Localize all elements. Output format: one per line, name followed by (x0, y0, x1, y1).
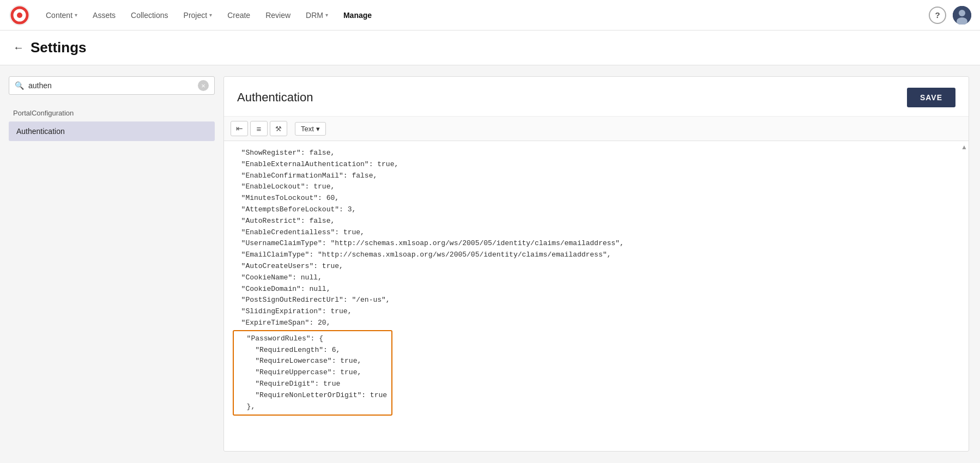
wrench-button[interactable]: ⚒ (270, 121, 287, 136)
help-button[interactable]: ? (929, 7, 946, 24)
save-button[interactable]: SAVE (907, 88, 955, 107)
nav-right: ? (929, 6, 971, 25)
align-center-icon: ≡ (257, 124, 262, 133)
nav-item-manage[interactable]: Manage (337, 7, 378, 24)
nav-item-create[interactable]: Create (221, 7, 257, 24)
page-title: Settings (31, 39, 87, 56)
nav-item-content[interactable]: Content ▾ (39, 7, 84, 24)
app-logo[interactable] (9, 4, 31, 26)
svg-point-2 (17, 13, 22, 18)
text-dropdown-caret: ▾ (316, 125, 320, 133)
code-highlighted-block: "PasswordRules": { "RequiredLength": 6, … (233, 330, 392, 416)
code-before-highlight: "ShowRegister": false, "EnableExternalAu… (233, 148, 960, 329)
nav-item-assets[interactable]: Assets (86, 7, 122, 24)
nav-item-project[interactable]: Project ▾ (177, 7, 219, 24)
content-header: Authentication SAVE (224, 77, 969, 117)
align-center-button[interactable]: ≡ (250, 121, 268, 136)
editor-toolbar: ⇤ ≡ ⚒ Text ▾ (224, 117, 969, 141)
code-highlighted-text: "PasswordRules": { "RequiredLength": 6, … (238, 333, 387, 413)
search-box: 🔍 × (9, 76, 215, 95)
project-caret-icon: ▾ (209, 12, 212, 18)
content-title: Authentication (237, 90, 313, 105)
nav-item-review[interactable]: Review (259, 7, 297, 24)
nav-items: Content ▾ Assets Collections Project ▾ C… (39, 7, 929, 24)
nav-item-collections[interactable]: Collections (124, 7, 174, 24)
search-input[interactable] (28, 81, 193, 90)
wrench-icon: ⚒ (275, 125, 282, 133)
settings-header: ← Settings (0, 31, 980, 65)
sidebar-section-label: PortalConfiguration (9, 106, 215, 120)
search-icon: 🔍 (15, 81, 24, 90)
content-area: Authentication SAVE ⇤ ≡ ⚒ Text ▾ ▲ "Show… (223, 76, 969, 452)
code-editor[interactable]: ▲ "ShowRegister": false, "EnableExternal… (224, 141, 969, 451)
sidebar: 🔍 × PortalConfiguration Authentication (0, 65, 223, 462)
align-left-button[interactable]: ⇤ (231, 121, 248, 136)
svg-point-4 (959, 10, 965, 16)
main-layout: 🔍 × PortalConfiguration Authentication A… (0, 65, 980, 462)
text-format-dropdown[interactable]: Text ▾ (295, 122, 326, 136)
scroll-up-indicator[interactable]: ▲ (961, 143, 967, 151)
align-left-icon: ⇤ (236, 124, 243, 133)
nav-item-drm[interactable]: DRM ▾ (299, 7, 335, 24)
content-caret-icon: ▾ (75, 12, 77, 18)
drm-caret-icon: ▾ (325, 12, 328, 18)
sidebar-item-authentication[interactable]: Authentication (9, 121, 215, 141)
top-nav: Content ▾ Assets Collections Project ▾ C… (0, 0, 980, 31)
user-avatar[interactable] (953, 6, 971, 25)
back-button[interactable]: ← (13, 41, 24, 54)
search-clear-button[interactable]: × (198, 80, 209, 91)
